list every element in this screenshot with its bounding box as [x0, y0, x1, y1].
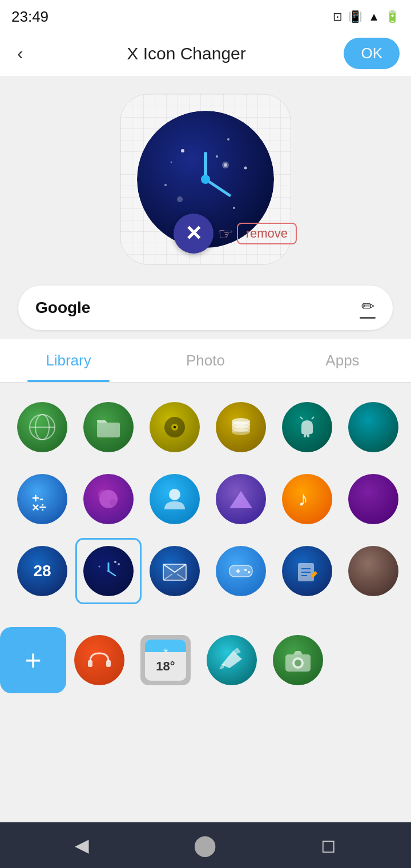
list-item[interactable]: [66, 627, 132, 693]
svg-text:×÷: ×÷: [32, 500, 46, 515]
cast-icon: ⊡: [333, 10, 342, 23]
icon-gold-music: ♪: [282, 474, 332, 524]
svg-rect-56: [106, 660, 111, 667]
svg-point-36: [169, 489, 180, 500]
tabs-bar: Library Photo Apps: [0, 339, 411, 383]
list-item[interactable]: [142, 466, 208, 532]
list-item[interactable]: [199, 627, 265, 693]
list-item[interactable]: [208, 394, 274, 460]
icon-purple-bubble: [83, 474, 134, 524]
svg-text:☀: ☀: [163, 647, 169, 655]
icon-teal-extra: [348, 402, 398, 452]
icon-yellow-db: [216, 402, 266, 452]
tab-photo[interactable]: Photo: [137, 339, 274, 382]
remove-label-text: remove: [237, 223, 297, 244]
icon-calendar-widget: 18°☀: [140, 635, 191, 685]
svg-point-34: [98, 490, 107, 499]
icon-blue-game: [216, 546, 266, 596]
ok-button[interactable]: OK: [344, 38, 400, 69]
list-item[interactable]: [75, 538, 142, 604]
vibrate-icon: 📳: [348, 10, 362, 23]
wifi-icon: ▲: [368, 10, 380, 23]
list-item[interactable]: [75, 394, 142, 460]
list-item[interactable]: [208, 538, 274, 604]
icon-green-camera: [273, 635, 323, 685]
list-item[interactable]: 28: [9, 538, 75, 604]
plus-icon: +: [25, 646, 41, 674]
list-item[interactable]: ♪: [274, 466, 340, 532]
add-button[interactable]: +: [0, 627, 66, 693]
svg-point-5: [233, 207, 235, 209]
svg-rect-18: [97, 423, 120, 437]
status-icons: ⊡ 📳 ▲ 🔋: [333, 10, 400, 23]
svg-rect-55: [88, 660, 92, 667]
status-bar: 23:49 ⊡ 📳 ▲ 🔋: [0, 0, 411, 31]
list-item[interactable]: [274, 538, 340, 604]
icon-row-2: +- ×÷ ♪: [9, 466, 402, 532]
svg-point-41: [118, 563, 120, 565]
icon-brown-right: [348, 546, 398, 596]
header: ‹ X Icon Changer OK: [0, 31, 411, 77]
icon-row-1: [9, 394, 402, 460]
svg-line-30: [312, 417, 314, 419]
icon-row-3: 28: [9, 538, 402, 604]
svg-point-8: [171, 162, 172, 163]
edit-name-button[interactable]: ✏: [360, 297, 376, 319]
nav-recent-button[interactable]: ◻: [321, 834, 336, 856]
svg-text:18°: 18°: [156, 659, 175, 673]
list-item[interactable]: 18°☀: [132, 627, 199, 693]
nav-back-button[interactable]: ◀: [75, 834, 89, 856]
svg-point-7: [216, 155, 218, 158]
list-item[interactable]: [142, 538, 208, 604]
svg-point-43: [114, 561, 116, 563]
svg-point-35: [110, 499, 116, 506]
app-name-text: Google: [35, 299, 90, 317]
icon-blue-person: [150, 474, 200, 524]
icon-orange-headphone: [74, 635, 124, 685]
back-button[interactable]: ‹: [11, 43, 29, 64]
svg-point-64: [295, 660, 301, 666]
svg-point-28: [232, 428, 250, 435]
svg-point-49: [244, 569, 247, 571]
nav-bar: ◀ ⬤ ◻: [0, 822, 411, 868]
remove-x-circle[interactable]: ✕: [174, 214, 213, 254]
list-item[interactable]: [9, 394, 75, 460]
svg-point-11: [177, 196, 183, 202]
svg-point-42: [99, 566, 100, 568]
icon-olive-vinyl: [150, 402, 200, 452]
list-item[interactable]: [340, 538, 406, 604]
list-item[interactable]: [265, 627, 331, 693]
svg-point-3: [244, 167, 247, 170]
remove-hand-icon: ☞: [218, 224, 233, 244]
svg-point-10: [224, 163, 227, 167]
nav-home-button[interactable]: ⬤: [194, 833, 216, 857]
list-item[interactable]: [75, 466, 142, 532]
battery-icon: 🔋: [385, 10, 400, 23]
list-item[interactable]: [208, 466, 274, 532]
icon-teal-plane: [207, 635, 257, 685]
icon-blue-calc: +- ×÷: [17, 474, 67, 524]
svg-point-2: [227, 138, 229, 140]
remove-badge[interactable]: ✕ ☞ remove: [174, 214, 297, 254]
preview-area: ✕ ☞ remove: [0, 77, 411, 276]
bottom-icon-row: + 18°☀: [0, 621, 411, 693]
list-item[interactable]: +- ×÷: [9, 466, 75, 532]
icon-blue-edit: [282, 546, 332, 596]
tab-apps[interactable]: Apps: [274, 339, 411, 382]
tab-library[interactable]: Library: [0, 339, 137, 382]
svg-line-29: [300, 417, 303, 419]
list-item[interactable]: [142, 394, 208, 460]
name-field[interactable]: Google ✏: [18, 286, 393, 330]
icon-dark-blue-28: 28: [17, 546, 67, 596]
remove-x-icon: ✕: [185, 222, 202, 246]
icon-clock-selected: [83, 546, 134, 596]
list-item[interactable]: [340, 394, 406, 460]
svg-point-14: [201, 175, 210, 184]
svg-point-1: [181, 149, 184, 152]
pencil-icon: ✏: [361, 297, 374, 316]
list-item[interactable]: [274, 394, 340, 460]
icon-green-globe: [17, 402, 67, 452]
svg-point-21: [174, 426, 176, 428]
page-title: X Icon Changer: [127, 44, 245, 63]
list-item[interactable]: [340, 466, 406, 532]
